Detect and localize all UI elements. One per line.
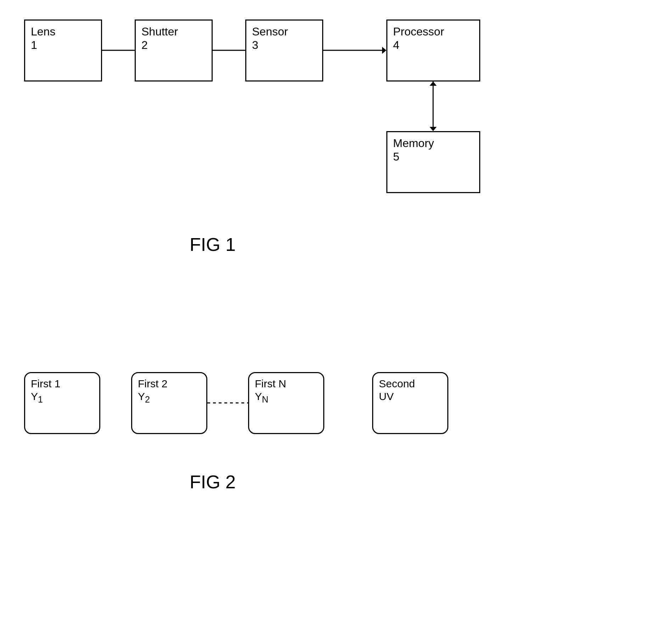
lens-title: Lens: [31, 25, 55, 38]
svg-marker-5: [430, 127, 437, 131]
shutter-title: Shutter: [141, 25, 178, 38]
diagram-container: Lens 1 Shutter 2 Sensor 3 Processor 4 Me…: [0, 0, 672, 635]
fig2-label: FIG 2: [159, 471, 266, 493]
sensor-title: Sensor: [252, 25, 288, 38]
fig1-label: FIG 1: [159, 234, 266, 255]
first1-sub: Y1: [31, 390, 43, 405]
svg-marker-6: [430, 82, 437, 86]
sensor-num: 3: [252, 38, 258, 52]
box-secondUV: Second UV: [372, 372, 448, 434]
shutter-num: 2: [141, 38, 148, 52]
processor-num: 4: [393, 38, 399, 52]
memory-title: Memory: [393, 136, 434, 150]
arrows-svg: [0, 0, 672, 635]
box-lens: Lens 1: [24, 19, 102, 82]
firstN-title: First N: [255, 377, 286, 390]
processor-title: Processor: [393, 25, 444, 38]
svg-marker-3: [382, 47, 386, 54]
box-processor: Processor 4: [386, 19, 480, 82]
box-firstN: First N YN: [248, 372, 324, 434]
firstN-sub: YN: [255, 390, 268, 405]
secondUV-sub: UV: [379, 390, 394, 403]
first2-title: First 2: [138, 377, 167, 390]
secondUV-title: Second: [379, 377, 415, 390]
box-first2: First 2 Y2: [131, 372, 207, 434]
box-shutter: Shutter 2: [135, 19, 213, 82]
box-first1: First 1 Y1: [24, 372, 100, 434]
box-memory: Memory 5: [386, 131, 480, 193]
first1-title: First 1: [31, 377, 60, 390]
memory-num: 5: [393, 150, 399, 163]
box-sensor: Sensor 3: [245, 19, 323, 82]
first2-sub: Y2: [138, 390, 150, 405]
lens-num: 1: [31, 38, 37, 52]
